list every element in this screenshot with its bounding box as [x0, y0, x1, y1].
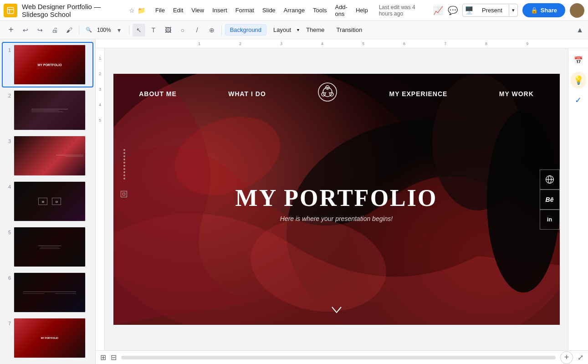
slides-panel: 1 MY PORTFOLIO 2 3	[0, 39, 96, 364]
svg-rect-0	[7, 7, 14, 14]
menu-insert[interactable]: Insert	[209, 5, 231, 15]
undo-btn[interactable]: ↩	[19, 24, 32, 36]
nav-my-work[interactable]: MY WORK	[499, 90, 534, 97]
slide-canvas[interactable]: ABOUT ME WHAT I DO	[113, 74, 560, 325]
menu-tools[interactable]: Tools	[309, 5, 330, 15]
comments-icon[interactable]: 💬	[448, 5, 458, 15]
separator	[129, 25, 129, 35]
ruler-tick: 1	[198, 41, 200, 46]
menu-format[interactable]: Format	[232, 5, 258, 15]
dot-4	[123, 159, 125, 160]
bottom-bar: ⊞ ⊟ + ⤢	[96, 350, 588, 364]
menu-edit[interactable]: Edit	[169, 5, 187, 15]
canvas-area[interactable]: ABOUT ME WHAT I DO	[105, 48, 568, 350]
scroll-down-chevron[interactable]	[331, 305, 342, 316]
print-btn[interactable]: 🖨	[48, 24, 61, 36]
svg-line-16	[325, 92, 327, 93]
check-circle-icon[interactable]: ✓	[570, 92, 587, 108]
menu-help[interactable]: Help	[352, 5, 372, 15]
nav-what-i-do[interactable]: WHAT I DO	[228, 90, 266, 97]
app-icon	[4, 4, 17, 17]
slide-main-content: MY PORTFOLIO Here is where your presenta…	[235, 184, 438, 222]
social-icon-linkedin[interactable]: in	[540, 210, 560, 230]
slide-7-preview: MY PORTFOLIO	[14, 318, 85, 358]
slide-thumb-7[interactable]: 7 MY PORTFOLIO	[3, 316, 92, 360]
slide-number-5: 5	[5, 230, 11, 235]
slide-thumb-3[interactable]: 3	[3, 134, 92, 178]
paint-format-btn[interactable]: 🖌	[63, 24, 76, 36]
slide-thumb-2[interactable]: 2	[3, 88, 92, 132]
toolbar: + ↩ ↪ 🖨 🖌 🔍 100% ▾ ↖ T 🖼 ○ / ⊕ Backgroun…	[0, 21, 588, 39]
slide-image-7: MY PORTFOLIO	[14, 318, 86, 358]
horizontal-ruler: 1 2 3 4 5 6 7 8 9	[96, 39, 588, 48]
ruler-tick: 6	[403, 41, 405, 46]
image-tool[interactable]: 🖼	[162, 24, 174, 36]
slide-image-2	[14, 90, 86, 130]
dot-9	[123, 174, 125, 176]
slide-number-4: 4	[5, 184, 11, 190]
user-avatar[interactable]	[570, 3, 584, 18]
activity-icon[interactable]: 📈	[433, 5, 443, 15]
layout-dropdown[interactable]: Layout ▾	[268, 24, 299, 36]
social-icon-globe[interactable]	[540, 169, 560, 190]
more-tools[interactable]: ⊕	[205, 24, 218, 36]
collapse-toolbar-btn[interactable]: ▲	[576, 26, 583, 34]
list-view-btn[interactable]: ⊟	[111, 353, 117, 362]
ruler-tick: 7	[444, 41, 446, 46]
slide-number-6: 6	[5, 275, 11, 281]
share-label: Share	[541, 7, 557, 14]
horizontal-scrollbar[interactable]	[121, 356, 556, 359]
theme-button[interactable]: Theme	[301, 24, 329, 36]
expand-icon[interactable]: ⤢	[578, 353, 583, 362]
transition-button[interactable]: Transition	[332, 24, 368, 36]
bulb-icon[interactable]: 💡	[570, 72, 587, 88]
add-slide-button[interactable]: +	[560, 351, 573, 364]
present-button[interactable]: 🖥️ Present ▾	[462, 4, 518, 17]
nav-my-experience[interactable]: MY EXPERIENCE	[389, 90, 448, 97]
separator	[221, 25, 222, 35]
zoom-out-btn[interactable]: 🔍	[82, 24, 95, 36]
shape-tool[interactable]: ○	[176, 24, 189, 36]
separator	[79, 25, 79, 35]
nav-about-me[interactable]: ABOUT ME	[139, 90, 177, 97]
slide-thumb-6[interactable]: 6	[3, 271, 92, 314]
insert-btn[interactable]: +	[5, 24, 17, 36]
folder-icon[interactable]: 📁	[138, 7, 145, 14]
social-icon-behance[interactable]: Bē	[540, 190, 560, 210]
svg-line-17	[329, 92, 331, 93]
lock-icon: 🔒	[531, 7, 538, 14]
menu-arrange[interactable]: Arrange	[280, 5, 308, 15]
share-button[interactable]: 🔒 Share	[522, 3, 565, 17]
menu-slide[interactable]: Slide	[259, 5, 279, 15]
slide-5-preview	[14, 227, 85, 267]
v-ruler-tick: 3	[99, 87, 101, 92]
layout-arrow: ▾	[297, 27, 299, 32]
slide-side-icons: Bē in	[540, 169, 560, 230]
background-button[interactable]: Background	[225, 24, 266, 36]
dot-1	[123, 149, 125, 151]
slide-1-title: MY PORTFOLIO	[37, 63, 61, 67]
slide-number-1: 1	[5, 47, 11, 53]
calendar-icon[interactable]: 📅	[570, 52, 587, 68]
menu-view[interactable]: View	[188, 5, 208, 15]
zoom-in-btn[interactable]: ▾	[113, 24, 126, 36]
slide-thumb-4[interactable]: 4 ⊞ ⊟	[3, 179, 92, 223]
menu-file[interactable]: File	[152, 5, 169, 15]
grid-view-btn[interactable]: ⊞	[100, 353, 106, 362]
menu-addons[interactable]: Add-ons	[331, 2, 351, 19]
cursor-tool[interactable]: ↖	[133, 24, 145, 36]
star-icon[interactable]: ☆	[129, 7, 135, 14]
slide-thumb-5[interactable]: 5	[3, 225, 92, 269]
present-dropdown-arrow[interactable]: ▾	[509, 5, 517, 16]
present-label[interactable]: Present	[476, 4, 509, 16]
line-tool[interactable]: /	[191, 24, 204, 36]
portfolio-subtitle: Here is where your presentation begins!	[235, 215, 438, 222]
last-edit: Last edit was 4 hours ago	[379, 4, 430, 17]
text-tool[interactable]: T	[147, 24, 160, 36]
main-area: 1 MY PORTFOLIO 2 3	[0, 39, 588, 364]
ruler-tick: 3	[280, 41, 282, 46]
slide-thumb-1[interactable]: 1 MY PORTFOLIO	[3, 43, 92, 87]
slide-number-2: 2	[5, 93, 11, 98]
redo-btn[interactable]: ↪	[34, 24, 46, 36]
editor-area: 1 2 3 4 5 6 7 8 9 1 2 3 4 5	[96, 39, 588, 364]
